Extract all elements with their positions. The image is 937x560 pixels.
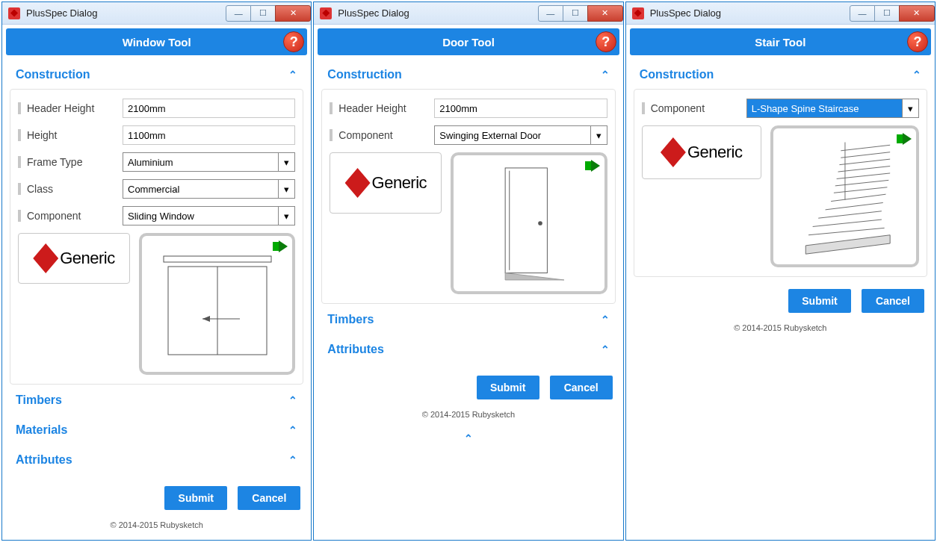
- label-frame-type: Frame Type: [18, 156, 123, 168]
- submit-button[interactable]: Submit: [477, 376, 539, 399]
- svg-marker-12: [505, 273, 564, 280]
- input-header-height[interactable]: [123, 99, 295, 118]
- label-class: Class: [18, 183, 123, 195]
- submit-button[interactable]: Submit: [788, 289, 851, 313]
- svg-line-18: [841, 152, 891, 158]
- chevron-down-icon: ▾: [278, 153, 294, 171]
- label-height: Height: [18, 129, 123, 141]
- brand-text: Generic: [60, 249, 115, 268]
- svg-marker-14: [903, 133, 912, 145]
- select-class[interactable]: Commercial ▾: [123, 179, 295, 199]
- chevron-up-icon: ⌃: [288, 454, 297, 466]
- app-icon: [632, 7, 644, 19]
- svg-line-23: [834, 187, 888, 193]
- svg-line-22: [835, 180, 889, 186]
- cancel-button[interactable]: Cancel: [862, 289, 924, 313]
- input-header-height[interactable]: [434, 99, 607, 118]
- titlebar[interactable]: PlusSpec Dialog — ☐ ✕: [314, 2, 622, 25]
- chevron-down-icon: ▾: [278, 180, 294, 198]
- minimize-button[interactable]: —: [226, 5, 251, 22]
- section-attributes[interactable]: Attributes ⌃: [321, 334, 615, 364]
- svg-rect-7: [585, 161, 591, 170]
- section-construction[interactable]: Construction ⌃: [634, 59, 927, 89]
- component-preview[interactable]: [139, 233, 295, 375]
- svg-point-11: [538, 221, 542, 225]
- svg-marker-16: [806, 235, 891, 254]
- titlebar[interactable]: PlusSpec Dialog — ☐ ✕: [2, 2, 311, 25]
- window-tool-dialog: PlusSpec Dialog — ☐ ✕ Window Tool ? Cons…: [1, 1, 312, 541]
- chevron-up-icon: ⌃: [601, 343, 610, 355]
- diamond-icon: [33, 243, 58, 273]
- minimize-button[interactable]: —: [850, 5, 875, 22]
- tool-header: Stair Tool ?: [630, 28, 931, 55]
- maximize-button[interactable]: ☐: [563, 5, 588, 22]
- chevron-up-icon: ⌃: [601, 314, 610, 326]
- section-label: Construction: [16, 68, 90, 81]
- maximize-button[interactable]: ☐: [874, 5, 900, 22]
- app-icon: [320, 7, 332, 19]
- tool-header: Window Tool ?: [6, 28, 307, 55]
- close-button[interactable]: ✕: [587, 5, 623, 22]
- chevron-down-icon: ▾: [278, 207, 294, 225]
- svg-line-25: [826, 202, 883, 209]
- svg-line-17: [841, 145, 891, 151]
- section-materials[interactable]: Materials ⌃: [10, 414, 303, 444]
- component-preview[interactable]: [770, 125, 919, 267]
- svg-rect-9: [505, 168, 547, 273]
- window-title: PlusSpec Dialog: [338, 7, 538, 19]
- brand-box: Generic: [18, 233, 130, 284]
- construction-panel: Component L-Shape Spine Staircase ▾ Gene…: [634, 89, 927, 277]
- chevron-up-icon: ⌃: [912, 69, 921, 81]
- arrow-icon: [897, 133, 912, 145]
- window-title: PlusSpec Dialog: [650, 7, 850, 19]
- component-preview[interactable]: [451, 152, 607, 294]
- chevron-up-icon[interactable]: ⌃: [314, 429, 622, 447]
- section-construction[interactable]: Construction ⌃: [321, 59, 615, 89]
- construction-panel: Header Height Component Swinging Externa…: [321, 89, 615, 304]
- chevron-up-icon: ⌃: [288, 69, 297, 81]
- close-button[interactable]: ✕: [899, 5, 935, 22]
- help-icon[interactable]: ?: [907, 31, 928, 52]
- app-icon: [8, 7, 20, 19]
- minimize-button[interactable]: —: [538, 5, 563, 22]
- brand-text: Generic: [687, 143, 743, 162]
- diamond-icon: [661, 137, 686, 167]
- copyright: © 2014-2015 Rubysketch: [626, 319, 935, 343]
- select-component[interactable]: Sliding Window ▾: [123, 206, 295, 225]
- select-component[interactable]: Swinging External Door ▾: [434, 125, 607, 145]
- submit-button[interactable]: Submit: [164, 486, 227, 510]
- tool-header: Door Tool ?: [318, 28, 619, 55]
- construction-panel: Header Height Height Frame Type Aluminiu…: [10, 89, 303, 385]
- titlebar[interactable]: PlusSpec Dialog — ☐ ✕: [626, 2, 935, 25]
- tool-title: Stair Tool: [755, 36, 805, 49]
- section-construction[interactable]: Construction ⌃: [10, 59, 303, 89]
- chevron-down-icon: ▾: [590, 126, 607, 144]
- label-header-height: Header Height: [18, 102, 123, 114]
- section-timbers[interactable]: Timbers ⌃: [10, 385, 303, 414]
- input-height[interactable]: [123, 125, 295, 145]
- svg-line-20: [838, 167, 891, 172]
- label-component: Component: [642, 102, 746, 114]
- maximize-button[interactable]: ☐: [250, 5, 276, 22]
- label-header-height: Header Height: [330, 102, 434, 114]
- cancel-button[interactable]: Cancel: [238, 486, 300, 510]
- window-title: PlusSpec Dialog: [26, 7, 226, 19]
- select-frame-type[interactable]: Aluminium ▾: [123, 152, 295, 172]
- svg-line-26: [818, 211, 882, 218]
- arrow-icon: [273, 240, 288, 252]
- section-attributes[interactable]: Attributes ⌃: [10, 444, 303, 474]
- svg-rect-2: [164, 256, 271, 262]
- cancel-button[interactable]: Cancel: [550, 376, 613, 399]
- select-component[interactable]: L-Shape Spine Staircase ▾: [746, 99, 919, 118]
- svg-rect-13: [897, 134, 903, 143]
- svg-line-27: [813, 220, 882, 226]
- help-icon[interactable]: ?: [596, 31, 616, 52]
- svg-marker-6: [202, 316, 210, 322]
- help-icon[interactable]: ?: [283, 31, 304, 52]
- section-timbers[interactable]: Timbers ⌃: [321, 304, 615, 334]
- close-button[interactable]: ✕: [275, 5, 311, 22]
- copyright: © 2014-2015 Rubysketch: [2, 516, 311, 540]
- label-component: Component: [330, 129, 434, 141]
- chevron-up-icon: ⌃: [288, 424, 297, 436]
- brand-box: Generic: [330, 152, 442, 214]
